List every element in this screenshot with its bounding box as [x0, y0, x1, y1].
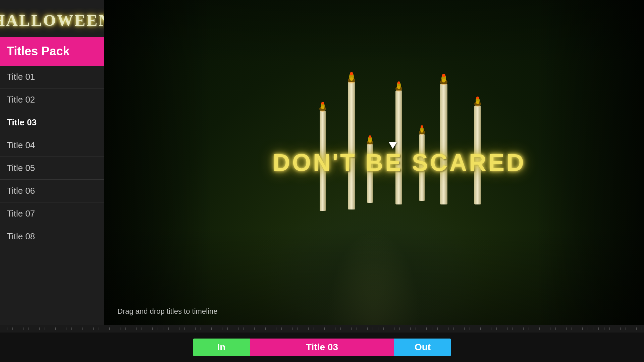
- sidebar-item-title08[interactable]: Title 08: [0, 225, 104, 248]
- timeline-tick: [174, 327, 174, 330]
- timeline-tick: [190, 327, 190, 330]
- timeline-tick: [276, 327, 276, 330]
- sidebar-item-title02[interactable]: Title 02: [0, 88, 104, 111]
- timeline-tick: [620, 327, 621, 330]
- timeline-tick: [115, 327, 115, 330]
- timeline-tick: [104, 327, 104, 330]
- timeline-tick: [147, 327, 147, 330]
- timeline-tick: [34, 327, 34, 330]
- timeline-tick: [351, 327, 352, 330]
- timeline-title-label: Title 03: [250, 339, 394, 356]
- timeline-tick: [394, 327, 394, 330]
- timeline-tick: [480, 327, 481, 330]
- timeline-tick: [448, 327, 448, 330]
- timeline-tick: [464, 327, 465, 330]
- timeline-tick: [39, 327, 40, 330]
- sidebar-item-title04[interactable]: Title 04: [0, 134, 104, 157]
- sidebar-item-title01[interactable]: Title 01: [0, 66, 104, 88]
- tick-container: [2, 327, 642, 330]
- main-area: HALLOWEEN Titles Pack Title 01 Title 02 …: [0, 0, 644, 325]
- timeline-tick: [491, 327, 491, 330]
- timeline-tick: [77, 327, 77, 330]
- timeline-tick: [201, 327, 201, 330]
- timeline-tick: [572, 327, 572, 330]
- timeline-tick: [179, 327, 179, 330]
- timeline-tick: [631, 327, 631, 330]
- timeline-tick: [206, 327, 206, 330]
- timeline-tick: [383, 327, 384, 330]
- sidebar-item-title07[interactable]: Title 07: [0, 202, 104, 225]
- timeline-tick: [330, 327, 330, 330]
- timeline-tick: [254, 327, 255, 330]
- timeline-tick: [168, 327, 169, 330]
- timeline-tick: [555, 327, 556, 330]
- timeline-tick: [502, 327, 502, 330]
- timeline-tick: [615, 327, 615, 330]
- timeline-tick: [432, 327, 432, 330]
- timeline-tick: [626, 327, 626, 330]
- timeline-tick: [561, 327, 561, 330]
- timeline-tick: [539, 327, 540, 330]
- sidebar-item-title05[interactable]: Title 05: [0, 157, 104, 180]
- timeline-out-button[interactable]: Out: [394, 339, 451, 356]
- titles-pack-label: Titles Pack: [7, 44, 69, 58]
- timeline-tick: [378, 327, 378, 330]
- timeline-tick: [227, 327, 228, 330]
- timeline-tick: [308, 327, 309, 330]
- timeline-tick: [45, 327, 45, 330]
- timeline-area: In Title 03 Out: [0, 325, 644, 362]
- timeline-tick: [443, 327, 443, 330]
- timeline-tick: [426, 327, 427, 330]
- timeline-tick: [195, 327, 196, 330]
- sidebar-item-title03[interactable]: Title 03: [0, 111, 104, 134]
- timeline-tick: [496, 327, 497, 330]
- timeline-tick: [233, 327, 233, 330]
- timeline-in-label: In: [217, 342, 226, 353]
- timeline-tick: [82, 327, 83, 330]
- timeline-tick: [534, 327, 534, 330]
- timeline-tick: [582, 327, 583, 330]
- timeline-tick: [93, 327, 94, 330]
- titles-pack-header[interactable]: Titles Pack: [0, 37, 104, 66]
- timeline-tick: [298, 327, 298, 330]
- timeline-tick: [18, 327, 18, 330]
- timeline-tick: [410, 327, 411, 330]
- timeline-tick: [609, 327, 610, 330]
- timeline-tick: [260, 327, 260, 330]
- timeline-tick: [50, 327, 50, 330]
- timeline-tick: [405, 327, 405, 330]
- timeline-tick: [109, 327, 110, 330]
- timeline-tick: [507, 327, 507, 330]
- timeline-tick: [7, 327, 7, 330]
- timeline-tick: [486, 327, 486, 330]
- timeline-tick: [566, 327, 567, 330]
- timeline-tick: [529, 327, 529, 330]
- timeline-tick: [550, 327, 550, 330]
- timeline-tick: [453, 327, 454, 330]
- sidebar: HALLOWEEN Titles Pack Title 01 Title 02 …: [0, 0, 104, 325]
- timeline-in-button[interactable]: In: [193, 339, 250, 356]
- sidebar-item-title06[interactable]: Title 06: [0, 180, 104, 202]
- timeline-tick: [12, 327, 13, 330]
- timeline-tick: [125, 327, 126, 330]
- timeline-tick: [131, 327, 131, 330]
- timeline-tick: [249, 327, 249, 330]
- timeline-tick: [475, 327, 475, 330]
- sidebar-header: HALLOWEEN: [0, 0, 104, 37]
- timeline-tick: [636, 327, 637, 330]
- timeline-tick: [88, 327, 88, 330]
- timeline-tick: [265, 327, 266, 330]
- timeline-tick: [244, 327, 244, 330]
- timeline-tick: [238, 327, 238, 330]
- preview-title-text: DON'T BE SCARED: [273, 149, 526, 176]
- timeline-tick: [523, 327, 524, 330]
- sidebar-list: Title 01 Title 02 Title 03 Title 04 Titl…: [0, 66, 104, 325]
- timeline-tick: [319, 327, 319, 330]
- timeline-tick: [303, 327, 303, 330]
- timeline-tick: [416, 327, 416, 330]
- timeline-tick: [357, 327, 357, 330]
- timeline-tick: [324, 327, 325, 330]
- timeline-tick: [598, 327, 599, 330]
- timeline-tick: [184, 327, 185, 330]
- timeline-tick: [120, 327, 120, 330]
